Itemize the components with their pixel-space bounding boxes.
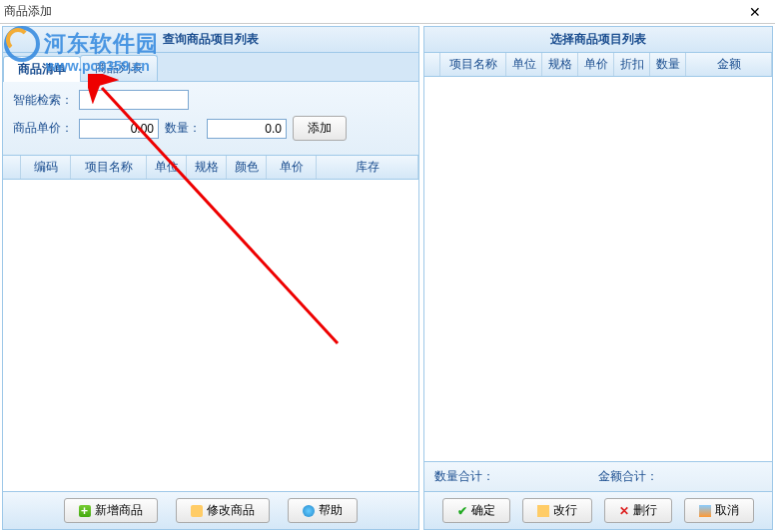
window-title: 商品添加 [4,3,739,20]
delete-row-label: 删行 [633,502,657,519]
ok-button[interactable]: ✔ 确定 [442,498,510,523]
tab-goods-list[interactable]: 商品清单 [3,56,81,82]
content-area: 查询商品项目列表 商品清单 商品列表 智能检索： 商品单价： 数量： 添加 编码… [0,24,775,532]
qty-input[interactable] [207,119,287,139]
modify-good-button[interactable]: 修改商品 [176,498,270,523]
summary-bar: 数量合计： 金额合计： [424,461,772,491]
help-icon [303,505,315,517]
th-r-disc[interactable]: 折扣 [614,53,650,76]
tabs: 商品清单 商品列表 [3,53,418,82]
th-r-qty[interactable]: 数量 [650,53,686,76]
th-stock[interactable]: 库存 [317,156,418,179]
th-r-name[interactable]: 项目名称 [440,53,506,76]
th-color[interactable]: 颜色 [227,156,267,179]
price-input[interactable] [79,119,159,139]
titlebar: 商品添加 ✕ [0,0,775,24]
th-unit[interactable]: 单位 [147,156,187,179]
select-panel-header: 选择商品项目列表 [424,27,772,53]
ok-label: 确定 [471,502,495,519]
qty-total-label: 数量合计： [434,468,598,485]
th-spec[interactable]: 规格 [187,156,227,179]
plus-icon: + [79,505,91,517]
delete-row-button[interactable]: ✕ 删行 [604,498,672,523]
th-r-spec[interactable]: 规格 [542,53,578,76]
cancel-label: 取消 [715,502,739,519]
qty-label: 数量： [165,120,201,137]
th-name[interactable]: 项目名称 [71,156,147,179]
price-label: 商品单价： [13,120,73,137]
amount-total-label: 金额合计： [598,468,762,485]
th-code[interactable]: 编码 [21,156,71,179]
modify-good-label: 修改商品 [207,502,255,519]
cancel-button[interactable]: 取消 [684,498,754,523]
check-icon: ✔ [457,504,467,518]
th-selector[interactable] [3,156,21,179]
query-table-body[interactable] [3,180,418,491]
edit-row-button[interactable]: 改行 [522,498,592,523]
right-footer: ✔ 确定 改行 ✕ 删行 取消 [424,491,772,529]
th-selector-r[interactable] [424,53,440,76]
th-r-amount[interactable]: 金额 [686,53,772,76]
th-r-price[interactable]: 单价 [578,53,614,76]
delete-icon: ✕ [619,504,629,518]
query-table-header: 编码 项目名称 单位 规格 颜色 单价 库存 [3,156,418,180]
query-panel: 查询商品项目列表 商品清单 商品列表 智能检索： 商品单价： 数量： 添加 编码… [2,26,419,530]
help-label: 帮助 [319,502,343,519]
add-button[interactable]: 添加 [293,116,347,141]
select-panel: 选择商品项目列表 项目名称 单位 规格 单价 折扣 数量 金额 数量合计： 金额… [423,26,773,530]
tab-items-list[interactable]: 商品列表 [80,55,158,81]
new-good-button[interactable]: + 新增商品 [64,498,158,523]
search-input[interactable] [79,90,189,110]
search-form: 智能检索： 商品单价： 数量： 添加 [3,82,418,156]
th-price[interactable]: 单价 [267,156,317,179]
select-table-body[interactable] [424,77,772,461]
th-r-unit[interactable]: 单位 [506,53,542,76]
exit-icon [699,505,711,517]
edit-icon [191,505,203,517]
edit-row-label: 改行 [553,502,577,519]
help-button[interactable]: 帮助 [288,498,358,523]
select-table-header: 项目名称 单位 规格 单价 折扣 数量 金额 [424,53,772,77]
close-button[interactable]: ✕ [739,1,771,23]
query-panel-header: 查询商品项目列表 [3,27,418,53]
search-label: 智能检索： [13,92,73,109]
pencil-icon [537,505,549,517]
left-footer: + 新增商品 修改商品 帮助 [3,491,418,529]
new-good-label: 新增商品 [95,502,143,519]
